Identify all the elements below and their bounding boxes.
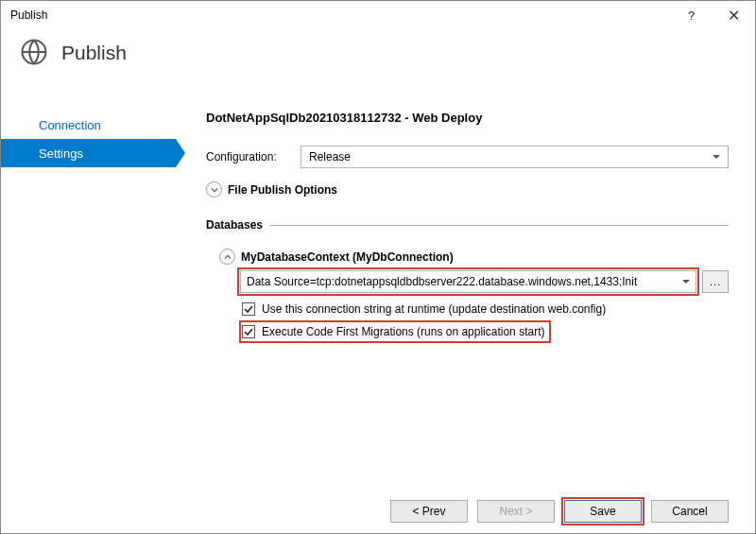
checkbox-label: Use this connection string at runtime (u… <box>262 302 606 316</box>
sidebar-item-label: Settings <box>39 146 83 161</box>
checkbox-icon <box>242 302 255 316</box>
button-label: Cancel <box>672 505 707 518</box>
connection-string-value: Data Source=tcp:dotnetappsqldbdbserver22… <box>247 275 637 288</box>
checkbox-icon <box>242 325 255 338</box>
checkbox-execute-migrations[interactable]: Execute Code First Migrations (runs on a… <box>242 323 548 340</box>
browse-button[interactable]: ... <box>702 270 729 293</box>
db-context-expander[interactable]: MyDatabaseContext (MyDbConnection) <box>206 249 729 265</box>
file-publish-label: File Publish Options <box>228 183 337 197</box>
window-title: Publish <box>10 9 670 22</box>
db-context-label: MyDatabaseContext (MyDbConnection) <box>241 250 454 264</box>
configuration-label: Configuration: <box>206 150 291 164</box>
cancel-button[interactable]: Cancel <box>651 500 729 523</box>
chevron-down-icon <box>206 181 222 198</box>
checkbox-label: Execute Code First Migrations (runs on a… <box>262 325 544 338</box>
sidebar-item-settings[interactable]: Settings <box>1 139 176 167</box>
browse-label: ... <box>710 276 721 287</box>
databases-section-header: Databases <box>206 218 729 232</box>
sidebar-item-connection[interactable]: Connection <box>1 111 176 139</box>
button-label: Save <box>590 505 615 518</box>
header-title: Publish <box>61 42 127 64</box>
titlebar: Publish ? ✕ <box>1 1 755 29</box>
next-button[interactable]: Next > <box>477 500 555 523</box>
connection-string-select[interactable]: Data Source=tcp:dotnetappsqldbdbserver22… <box>240 270 696 293</box>
configuration-value: Release <box>309 150 351 164</box>
databases-label: Databases <box>206 218 263 232</box>
configuration-select[interactable]: Release <box>301 146 729 168</box>
prev-button[interactable]: < Prev <box>390 500 468 523</box>
checkbox-use-connection-string[interactable]: Use this connection string at runtime (u… <box>242 301 610 318</box>
footer: < Prev Next > Save Cancel <box>1 489 755 534</box>
dialog-header: Publish <box>1 29 755 82</box>
divider <box>270 225 729 226</box>
file-publish-expander[interactable]: File Publish Options <box>206 181 729 198</box>
sidebar-item-label: Connection <box>39 118 101 132</box>
sidebar: Connection Settings <box>1 82 176 489</box>
profile-name: DotNetAppSqlDb20210318112732 - Web Deplo… <box>206 111 729 125</box>
main-panel: DotNetAppSqlDb20210318112732 - Web Deplo… <box>176 82 755 489</box>
button-label: < Prev <box>412 505 445 518</box>
close-button[interactable]: ✕ <box>713 1 755 29</box>
help-button[interactable]: ? <box>670 1 713 29</box>
globe-icon <box>20 38 48 69</box>
button-label: Next > <box>499 505 532 518</box>
chevron-up-icon <box>219 249 235 265</box>
save-button[interactable]: Save <box>564 500 642 523</box>
